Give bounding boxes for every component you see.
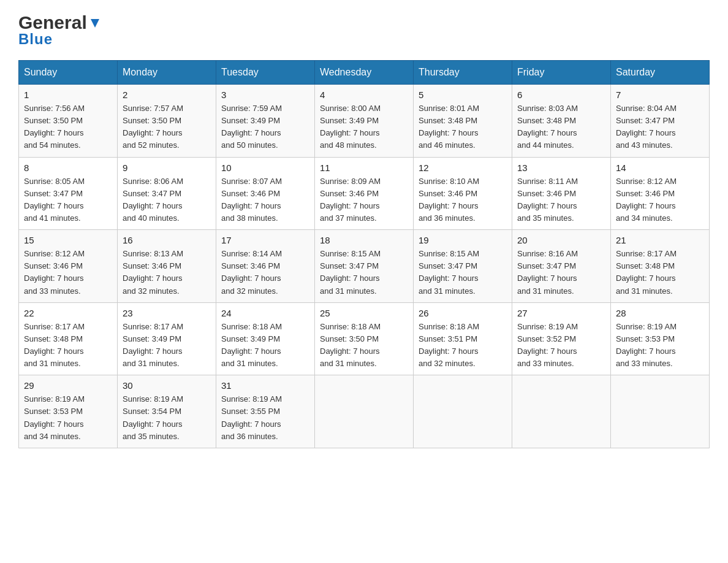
day-number: 22 xyxy=(24,308,112,318)
day-info: Sunrise: 8:09 AM Sunset: 3:46 PM Dayligh… xyxy=(320,175,408,225)
day-number: 12 xyxy=(419,163,507,173)
day-info: Sunrise: 8:15 AM Sunset: 3:47 PM Dayligh… xyxy=(320,248,408,297)
day-number: 28 xyxy=(616,308,704,318)
calendar-cell: 11 Sunrise: 8:09 AM Sunset: 3:46 PM Dayl… xyxy=(315,157,414,230)
calendar-cell xyxy=(414,375,512,448)
day-info: Sunrise: 8:18 AM Sunset: 3:51 PM Dayligh… xyxy=(419,321,507,370)
day-info: Sunrise: 7:56 AM Sunset: 3:50 PM Dayligh… xyxy=(24,102,112,152)
day-info: Sunrise: 8:12 AM Sunset: 3:46 PM Dayligh… xyxy=(616,175,704,225)
calendar-cell: 26 Sunrise: 8:18 AM Sunset: 3:51 PM Dayl… xyxy=(414,302,512,375)
day-info: Sunrise: 8:19 AM Sunset: 3:54 PM Dayligh… xyxy=(123,393,211,443)
day-info: Sunrise: 8:07 AM Sunset: 3:46 PM Dayligh… xyxy=(221,175,309,225)
page-header: General Blue xyxy=(18,12,710,48)
weekday-header-thursday: Thursday xyxy=(414,61,512,85)
day-number: 15 xyxy=(24,235,112,245)
day-number: 13 xyxy=(517,163,605,173)
logo-general-text: General xyxy=(18,12,87,33)
day-number: 25 xyxy=(320,308,408,318)
day-info: Sunrise: 8:03 AM Sunset: 3:48 PM Dayligh… xyxy=(517,102,605,152)
day-number: 16 xyxy=(123,235,211,245)
calendar-cell xyxy=(512,375,611,448)
day-number: 24 xyxy=(221,308,309,318)
day-number: 7 xyxy=(616,90,704,100)
calendar-header-row: SundayMondayTuesdayWednesdayThursdayFrid… xyxy=(19,61,710,85)
calendar-cell: 17 Sunrise: 8:14 AM Sunset: 3:46 PM Dayl… xyxy=(216,230,315,303)
weekday-header-saturday: Saturday xyxy=(611,61,710,85)
calendar-cell: 27 Sunrise: 8:19 AM Sunset: 3:52 PM Dayl… xyxy=(512,302,611,375)
day-number: 9 xyxy=(123,163,211,173)
calendar-cell: 12 Sunrise: 8:10 AM Sunset: 3:46 PM Dayl… xyxy=(414,157,512,230)
calendar-week-row: 22 Sunrise: 8:17 AM Sunset: 3:48 PM Dayl… xyxy=(19,302,710,375)
weekday-header-friday: Friday xyxy=(512,61,611,85)
day-info: Sunrise: 8:19 AM Sunset: 3:53 PM Dayligh… xyxy=(616,321,704,370)
day-number: 2 xyxy=(123,90,211,100)
day-info: Sunrise: 8:16 AM Sunset: 3:47 PM Dayligh… xyxy=(517,248,605,297)
day-info: Sunrise: 8:15 AM Sunset: 3:47 PM Dayligh… xyxy=(419,248,507,297)
day-number: 3 xyxy=(221,90,309,100)
calendar-cell: 14 Sunrise: 8:12 AM Sunset: 3:46 PM Dayl… xyxy=(611,157,710,230)
calendar-cell: 9 Sunrise: 8:06 AM Sunset: 3:47 PM Dayli… xyxy=(118,157,216,230)
calendar-cell: 21 Sunrise: 8:17 AM Sunset: 3:48 PM Dayl… xyxy=(611,230,710,303)
day-info: Sunrise: 8:06 AM Sunset: 3:47 PM Dayligh… xyxy=(123,175,211,225)
calendar-cell: 1 Sunrise: 7:56 AM Sunset: 3:50 PM Dayli… xyxy=(19,85,118,158)
day-number: 10 xyxy=(221,163,309,173)
calendar-cell: 23 Sunrise: 8:17 AM Sunset: 3:49 PM Dayl… xyxy=(118,302,216,375)
calendar-cell xyxy=(315,375,414,448)
day-info: Sunrise: 8:18 AM Sunset: 3:50 PM Dayligh… xyxy=(320,321,408,370)
calendar-cell: 22 Sunrise: 8:17 AM Sunset: 3:48 PM Dayl… xyxy=(19,302,118,375)
day-number: 29 xyxy=(24,380,112,391)
logo-arrow-icon xyxy=(88,17,102,30)
day-info: Sunrise: 8:19 AM Sunset: 3:53 PM Dayligh… xyxy=(24,393,112,443)
svg-marker-0 xyxy=(91,19,99,28)
day-number: 26 xyxy=(419,308,507,318)
day-info: Sunrise: 8:19 AM Sunset: 3:55 PM Dayligh… xyxy=(221,393,309,443)
day-info: Sunrise: 8:01 AM Sunset: 3:48 PM Dayligh… xyxy=(419,102,507,152)
calendar-cell: 30 Sunrise: 8:19 AM Sunset: 3:54 PM Dayl… xyxy=(118,375,216,448)
day-number: 20 xyxy=(517,235,605,245)
day-number: 4 xyxy=(320,90,408,100)
calendar-week-row: 15 Sunrise: 8:12 AM Sunset: 3:46 PM Dayl… xyxy=(19,230,710,303)
calendar-cell: 6 Sunrise: 8:03 AM Sunset: 3:48 PM Dayli… xyxy=(512,85,611,158)
calendar-cell: 18 Sunrise: 8:15 AM Sunset: 3:47 PM Dayl… xyxy=(315,230,414,303)
day-number: 30 xyxy=(123,380,211,391)
day-number: 11 xyxy=(320,163,408,173)
calendar-week-row: 1 Sunrise: 7:56 AM Sunset: 3:50 PM Dayli… xyxy=(19,85,710,158)
day-info: Sunrise: 8:04 AM Sunset: 3:47 PM Dayligh… xyxy=(616,102,704,152)
day-number: 18 xyxy=(320,235,408,245)
calendar-cell: 31 Sunrise: 8:19 AM Sunset: 3:55 PM Dayl… xyxy=(216,375,315,448)
logo: General Blue xyxy=(18,12,102,48)
day-number: 8 xyxy=(24,163,112,173)
logo-blue-text: Blue xyxy=(18,31,53,48)
day-info: Sunrise: 8:19 AM Sunset: 3:52 PM Dayligh… xyxy=(517,321,605,370)
calendar-cell: 7 Sunrise: 8:04 AM Sunset: 3:47 PM Dayli… xyxy=(611,85,710,158)
day-info: Sunrise: 8:13 AM Sunset: 3:46 PM Dayligh… xyxy=(123,248,211,297)
day-number: 21 xyxy=(616,235,704,245)
calendar-cell: 8 Sunrise: 8:05 AM Sunset: 3:47 PM Dayli… xyxy=(19,157,118,230)
calendar-cell: 16 Sunrise: 8:13 AM Sunset: 3:46 PM Dayl… xyxy=(118,230,216,303)
calendar-cell: 28 Sunrise: 8:19 AM Sunset: 3:53 PM Dayl… xyxy=(611,302,710,375)
calendar-cell: 19 Sunrise: 8:15 AM Sunset: 3:47 PM Dayl… xyxy=(414,230,512,303)
calendar-cell: 10 Sunrise: 8:07 AM Sunset: 3:46 PM Dayl… xyxy=(216,157,315,230)
weekday-header-tuesday: Tuesday xyxy=(216,61,315,85)
day-number: 5 xyxy=(419,90,507,100)
day-info: Sunrise: 8:12 AM Sunset: 3:46 PM Dayligh… xyxy=(24,248,112,297)
day-info: Sunrise: 8:17 AM Sunset: 3:48 PM Dayligh… xyxy=(616,248,704,297)
calendar-cell: 20 Sunrise: 8:16 AM Sunset: 3:47 PM Dayl… xyxy=(512,230,611,303)
calendar-cell: 25 Sunrise: 8:18 AM Sunset: 3:50 PM Dayl… xyxy=(315,302,414,375)
day-info: Sunrise: 8:17 AM Sunset: 3:49 PM Dayligh… xyxy=(123,321,211,370)
calendar-cell: 24 Sunrise: 8:18 AM Sunset: 3:49 PM Dayl… xyxy=(216,302,315,375)
calendar-cell xyxy=(611,375,710,448)
calendar-cell: 15 Sunrise: 8:12 AM Sunset: 3:46 PM Dayl… xyxy=(19,230,118,303)
calendar-week-row: 29 Sunrise: 8:19 AM Sunset: 3:53 PM Dayl… xyxy=(19,375,710,448)
calendar-cell: 4 Sunrise: 8:00 AM Sunset: 3:49 PM Dayli… xyxy=(315,85,414,158)
day-info: Sunrise: 8:10 AM Sunset: 3:46 PM Dayligh… xyxy=(419,175,507,225)
calendar-cell: 2 Sunrise: 7:57 AM Sunset: 3:50 PM Dayli… xyxy=(118,85,216,158)
day-number: 23 xyxy=(123,308,211,318)
calendar-week-row: 8 Sunrise: 8:05 AM Sunset: 3:47 PM Dayli… xyxy=(19,157,710,230)
day-number: 1 xyxy=(24,90,112,100)
day-info: Sunrise: 8:17 AM Sunset: 3:48 PM Dayligh… xyxy=(24,321,112,370)
day-number: 31 xyxy=(221,380,309,391)
weekday-header-monday: Monday xyxy=(118,61,216,85)
day-number: 17 xyxy=(221,235,309,245)
calendar-cell: 29 Sunrise: 8:19 AM Sunset: 3:53 PM Dayl… xyxy=(19,375,118,448)
